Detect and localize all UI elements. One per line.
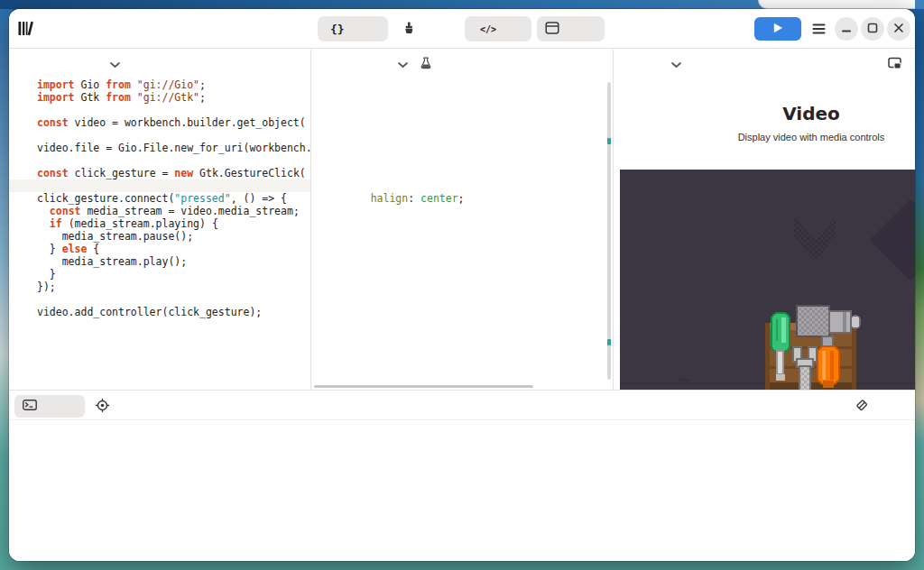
target-scope-icon — [96, 399, 109, 415]
chevron-down-icon — [670, 58, 682, 71]
chevron-down-icon — [397, 58, 409, 71]
panel-window-icon — [545, 21, 559, 38]
ui-language-selector[interactable] — [392, 55, 413, 73]
status-page: Video Display video with media controls — [707, 102, 915, 142]
console-toolbar — [9, 390, 915, 420]
eraser-icon — [855, 399, 868, 414]
preview-mode-selector[interactable] — [665, 55, 687, 73]
workbench-logo-icon — [18, 21, 36, 37]
chevron-down-icon — [109, 58, 121, 71]
flask-icon — [420, 57, 431, 72]
scrollbar-marker — [607, 138, 611, 144]
brush-icon — [402, 22, 415, 37]
ui-panel-toggle[interactable]: </> — [465, 16, 531, 41]
clear-console-button[interactable] — [849, 395, 874, 418]
preview-panel: Video Display video with media controls — [614, 50, 915, 390]
panels-row: import Gio from "gi://Gio";import Gtk fr… — [9, 50, 915, 390]
maximize-icon — [861, 16, 884, 42]
style-panel-toggle[interactable] — [395, 16, 422, 41]
headerbar: {} </> — [9, 9, 915, 49]
experimental-flask-button[interactable] — [415, 55, 437, 73]
ui-panel-header — [311, 50, 613, 78]
play-icon — [772, 23, 783, 36]
preview-panel-header — [614, 50, 915, 78]
console-toggle-button[interactable] — [14, 395, 85, 418]
video-preview[interactable] — [620, 170, 915, 390]
workbench-window: {} </> — [9, 9, 915, 561]
run-button[interactable] — [754, 17, 801, 41]
preview-subtitle: Display video with media controls — [707, 132, 915, 142]
ui-editor[interactable]: halign: center; — [311, 192, 613, 205]
inspector-button[interactable] — [89, 395, 115, 418]
minimize-button[interactable] — [835, 17, 858, 41]
code-editor[interactable]: import Gio from "gi://Gio";import Gtk fr… — [9, 78, 310, 318]
close-button[interactable] — [887, 17, 910, 41]
primary-menu-button[interactable] — [807, 18, 830, 41]
minimize-icon — [835, 16, 858, 42]
code-tag-icon: </> — [480, 24, 496, 34]
code-language-selector[interactable] — [104, 55, 125, 73]
scrollbar-marker — [607, 339, 611, 345]
ui-editor-horizontal-scrollbar[interactable] — [314, 385, 533, 388]
maximize-button[interactable] — [861, 17, 884, 41]
preview-title: Video — [707, 102, 915, 125]
detach-window-icon — [888, 57, 901, 72]
background-window-peek — [758, 0, 915, 9]
ui-editor-vertical-scrollbar[interactable] — [607, 82, 611, 380]
console-output[interactable] — [9, 422, 915, 561]
desktop: { "titlebar": { "code_toggle_glyph": "{}… — [0, 0, 924, 570]
video-frame-pixel-art — [620, 170, 915, 390]
code-panel-toggle[interactable]: {} — [318, 16, 388, 41]
menu-icon — [812, 23, 826, 37]
terminal-icon — [23, 400, 37, 413]
detach-preview-button[interactable] — [883, 55, 905, 73]
close-icon — [887, 16, 910, 42]
curly-braces-icon: {} — [330, 23, 345, 36]
code-panel: import Gio from "gi://Gio";import Gtk fr… — [9, 50, 310, 390]
ui-panel: halign: center; — [311, 50, 613, 390]
preview-panel-toggle[interactable] — [537, 16, 605, 41]
code-panel-header — [9, 50, 310, 78]
